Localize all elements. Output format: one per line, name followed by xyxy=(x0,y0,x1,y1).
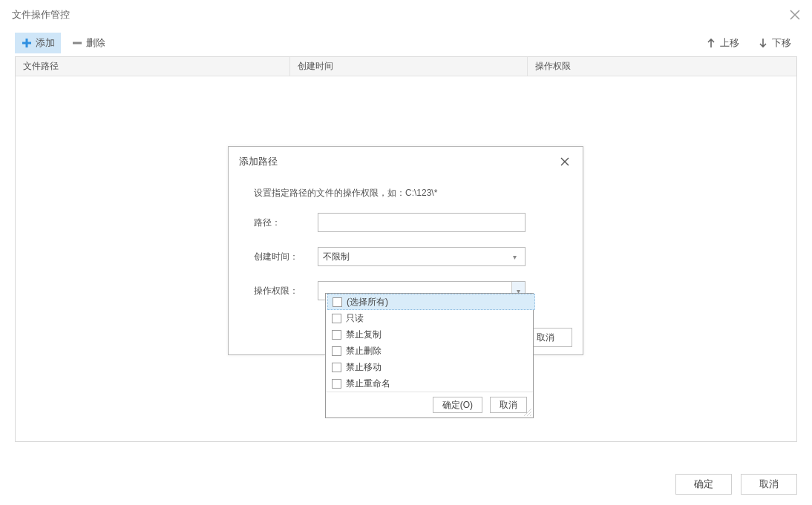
minus-icon xyxy=(71,37,83,49)
perm-option-nomove[interactable]: 禁止移动 xyxy=(327,359,531,375)
option-label: 禁止重命名 xyxy=(346,377,390,390)
checkbox[interactable] xyxy=(332,330,341,340)
option-label: 禁止删除 xyxy=(346,345,382,357)
checkbox[interactable] xyxy=(332,314,341,323)
plus-icon xyxy=(21,37,33,49)
perm-label: 操作权限： xyxy=(254,285,318,297)
move-down-label: 下移 xyxy=(772,36,791,50)
perm-option-norename[interactable]: 禁止重命名 xyxy=(327,375,531,392)
dialog-title: 添加路径 xyxy=(239,155,278,168)
time-select[interactable]: 不限制 ▾ xyxy=(318,247,525,266)
window-title: 文件操作管控 xyxy=(12,8,70,22)
option-label: 只读 xyxy=(346,312,364,325)
cancel-button[interactable]: 取消 xyxy=(741,474,797,495)
time-select-value: 不限制 xyxy=(323,251,508,263)
checkbox[interactable] xyxy=(332,363,341,372)
perm-dropdown-ok-button[interactable]: 确定(O) xyxy=(433,397,482,413)
perm-dropdown-panel: (选择所有) 只读 禁止复制 禁止删除 禁止移动 禁止重命名 xyxy=(325,293,534,418)
time-label: 创建时间： xyxy=(254,251,318,263)
perm-option-readonly[interactable]: 只读 xyxy=(327,310,531,326)
add-label: 添加 xyxy=(36,36,55,50)
add-button[interactable]: 添加 xyxy=(15,33,61,53)
delete-label: 删除 xyxy=(86,36,105,50)
perm-dropdown-cancel-button[interactable]: 取消 xyxy=(490,397,527,413)
col-created[interactable]: 创建时间 xyxy=(290,57,528,76)
arrow-down-icon xyxy=(757,37,769,49)
move-up-button[interactable]: 上移 xyxy=(699,33,745,53)
option-label: 禁止移动 xyxy=(346,361,382,374)
move-up-label: 上移 xyxy=(720,36,739,50)
dialog-header: 添加路径 xyxy=(229,147,583,176)
delete-button[interactable]: 删除 xyxy=(65,33,111,53)
perm-option-nocopy[interactable]: 禁止复制 xyxy=(327,326,531,343)
ok-button[interactable]: 确定 xyxy=(675,474,732,495)
toolbar: 添加 删除 上移 下移 xyxy=(0,30,812,56)
arrow-up-icon xyxy=(705,37,717,49)
titlebar: 文件操作管控 xyxy=(0,0,812,30)
perm-option-select-all[interactable]: (选择所有) xyxy=(327,294,535,310)
perm-option-nodelete[interactable]: 禁止删除 xyxy=(327,343,531,359)
perm-option-list: (选择所有) 只读 禁止复制 禁止删除 禁止移动 禁止重命名 xyxy=(326,294,533,392)
path-input[interactable] xyxy=(318,213,525,232)
option-label: (选择所有) xyxy=(347,296,388,308)
row-path: 路径： xyxy=(254,213,557,232)
close-icon[interactable] xyxy=(790,10,800,20)
dialog-body: 设置指定路径的文件的操作权限，如：C:\123\* 路径： 创建时间： 不限制 … xyxy=(229,176,583,300)
perm-dropdown-footer: 确定(O) 取消 xyxy=(326,392,533,417)
checkbox[interactable] xyxy=(332,346,341,356)
move-down-button[interactable]: 下移 xyxy=(751,33,797,53)
option-label: 禁止复制 xyxy=(346,329,382,341)
resize-grip-icon[interactable] xyxy=(524,409,531,416)
chevron-down-icon: ▾ xyxy=(508,253,520,261)
checkbox[interactable] xyxy=(332,379,341,389)
table-header: 文件路径 创建时间 操作权限 xyxy=(16,57,796,76)
footer-buttons: 确定 取消 xyxy=(675,474,797,495)
checkbox[interactable] xyxy=(333,297,342,307)
dialog-hint: 设置指定路径的文件的操作权限，如：C:\123\* xyxy=(254,187,557,199)
col-perm[interactable]: 操作权限 xyxy=(528,57,796,76)
path-label: 路径： xyxy=(254,217,318,229)
row-time: 创建时间： 不限制 ▾ xyxy=(254,247,557,266)
col-path[interactable]: 文件路径 xyxy=(16,57,290,76)
dialog-close-icon[interactable] xyxy=(557,154,572,169)
main-window: 文件操作管控 添加 删除 上移 下移 xyxy=(0,0,812,505)
